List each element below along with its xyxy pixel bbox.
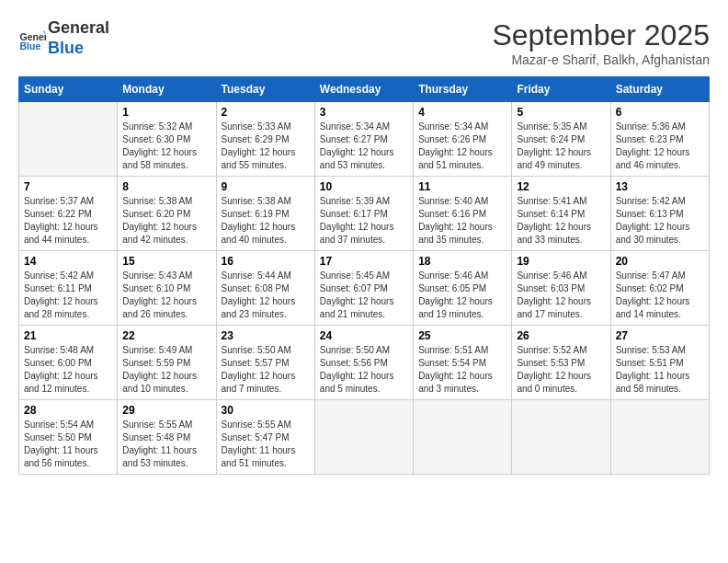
day-info: Sunrise: 5:52 AMSunset: 5:53 PMDaylight:… (517, 344, 605, 396)
calendar-cell: 25Sunrise: 5:51 AMSunset: 5:54 PMDayligh… (414, 326, 512, 400)
calendar-cell: 23Sunrise: 5:50 AMSunset: 5:57 PMDayligh… (216, 326, 314, 400)
day-number: 25 (418, 329, 506, 342)
calendar-cell: 7Sunrise: 5:37 AMSunset: 6:22 PMDaylight… (19, 177, 118, 251)
day-number: 19 (517, 255, 605, 268)
day-number: 29 (122, 404, 210, 417)
calendar-cell: 22Sunrise: 5:49 AMSunset: 5:59 PMDayligh… (118, 326, 216, 400)
day-number: 8 (122, 180, 210, 193)
calendar-cell: 19Sunrise: 5:46 AMSunset: 6:03 PMDayligh… (512, 251, 610, 326)
day-number: 6 (616, 106, 704, 119)
calendar-cell: 18Sunrise: 5:46 AMSunset: 6:05 PMDayligh… (414, 251, 512, 326)
day-number: 24 (320, 329, 408, 342)
day-info: Sunrise: 5:46 AMSunset: 6:05 PMDaylight:… (418, 270, 506, 321)
day-info: Sunrise: 5:42 AMSunset: 6:13 PMDaylight:… (616, 195, 704, 247)
day-number: 18 (418, 255, 506, 268)
weekday-header: Monday (118, 77, 216, 102)
location-subtitle: Mazar-e Sharif, Balkh, Afghanistan (492, 52, 710, 67)
calendar-cell: 5Sunrise: 5:35 AMSunset: 6:24 PMDaylight… (512, 102, 610, 177)
day-info: Sunrise: 5:33 AMSunset: 6:29 PMDaylight:… (222, 121, 310, 172)
day-info: Sunrise: 5:46 AMSunset: 6:03 PMDaylight:… (517, 270, 605, 321)
day-number: 12 (517, 180, 605, 193)
day-info: Sunrise: 5:38 AMSunset: 6:20 PMDaylight:… (122, 195, 210, 247)
day-info: Sunrise: 5:37 AMSunset: 6:22 PMDaylight:… (24, 195, 112, 247)
day-info: Sunrise: 5:55 AMSunset: 5:48 PMDaylight:… (122, 419, 210, 470)
day-info: Sunrise: 5:42 AMSunset: 6:11 PMDaylight:… (24, 270, 112, 321)
calendar-cell (414, 400, 512, 475)
day-number: 10 (320, 180, 408, 193)
day-info: Sunrise: 5:43 AMSunset: 6:10 PMDaylight:… (122, 270, 210, 321)
day-info: Sunrise: 5:40 AMSunset: 6:16 PMDaylight:… (418, 195, 506, 247)
calendar-week-row: 1Sunrise: 5:32 AMSunset: 6:30 PMDaylight… (19, 102, 710, 177)
day-info: Sunrise: 5:34 AMSunset: 6:26 PMDaylight:… (418, 121, 506, 172)
calendar-cell: 28Sunrise: 5:54 AMSunset: 5:50 PMDayligh… (19, 400, 118, 475)
day-number: 16 (222, 255, 310, 268)
day-info: Sunrise: 5:32 AMSunset: 6:30 PMDaylight:… (122, 121, 210, 172)
calendar-cell (512, 400, 610, 475)
day-info: Sunrise: 5:39 AMSunset: 6:17 PMDaylight:… (320, 195, 408, 247)
day-info: Sunrise: 5:44 AMSunset: 6:08 PMDaylight:… (222, 270, 310, 321)
day-number: 3 (320, 106, 408, 119)
weekday-header: Friday (512, 77, 610, 102)
day-number: 2 (222, 106, 310, 119)
calendar-cell: 6Sunrise: 5:36 AMSunset: 6:23 PMDaylight… (610, 102, 709, 177)
weekday-header: Saturday (610, 77, 709, 102)
calendar-cell: 21Sunrise: 5:48 AMSunset: 6:00 PMDayligh… (19, 326, 118, 400)
day-number: 5 (517, 106, 605, 119)
day-number: 21 (24, 329, 112, 342)
calendar-cell: 1Sunrise: 5:32 AMSunset: 6:30 PMDaylight… (118, 102, 216, 177)
weekday-header: Thursday (414, 77, 512, 102)
calendar-cell: 20Sunrise: 5:47 AMSunset: 6:02 PMDayligh… (610, 251, 709, 326)
header-row: SundayMondayTuesdayWednesdayThursdayFrid… (19, 77, 710, 102)
day-number: 1 (122, 106, 210, 119)
day-number: 13 (616, 180, 704, 193)
calendar-cell (314, 400, 413, 475)
day-info: Sunrise: 5:54 AMSunset: 5:50 PMDaylight:… (24, 419, 112, 470)
day-number: 22 (122, 329, 210, 342)
day-number: 23 (222, 329, 310, 342)
calendar-cell: 12Sunrise: 5:41 AMSunset: 6:14 PMDayligh… (512, 177, 610, 251)
day-number: 15 (122, 255, 210, 268)
calendar-cell: 17Sunrise: 5:45 AMSunset: 6:07 PMDayligh… (314, 251, 413, 326)
day-info: Sunrise: 5:38 AMSunset: 6:19 PMDaylight:… (222, 195, 310, 247)
day-number: 20 (616, 255, 704, 268)
logo-text: General Blue (48, 18, 109, 58)
calendar-cell: 30Sunrise: 5:55 AMSunset: 5:47 PMDayligh… (216, 400, 314, 475)
day-info: Sunrise: 5:49 AMSunset: 5:59 PMDaylight:… (122, 344, 210, 396)
calendar-week-row: 28Sunrise: 5:54 AMSunset: 5:50 PMDayligh… (19, 400, 710, 475)
day-number: 17 (320, 255, 408, 268)
day-info: Sunrise: 5:50 AMSunset: 5:56 PMDaylight:… (320, 344, 408, 396)
calendar-cell: 9Sunrise: 5:38 AMSunset: 6:19 PMDaylight… (216, 177, 314, 251)
weekday-header: Sunday (19, 77, 118, 102)
day-number: 28 (24, 404, 112, 417)
svg-text:Blue: Blue (20, 40, 41, 52)
day-number: 9 (222, 180, 310, 193)
day-info: Sunrise: 5:55 AMSunset: 5:47 PMDaylight:… (222, 419, 310, 470)
calendar-cell: 3Sunrise: 5:34 AMSunset: 6:27 PMDaylight… (314, 102, 413, 177)
calendar-cell (610, 400, 709, 475)
calendar-cell: 11Sunrise: 5:40 AMSunset: 6:16 PMDayligh… (414, 177, 512, 251)
day-info: Sunrise: 5:35 AMSunset: 6:24 PMDaylight:… (517, 121, 605, 172)
day-info: Sunrise: 5:48 AMSunset: 6:00 PMDaylight:… (24, 344, 112, 396)
day-info: Sunrise: 5:53 AMSunset: 5:51 PMDaylight:… (616, 344, 704, 396)
day-number: 30 (222, 404, 310, 417)
weekday-header: Wednesday (314, 77, 413, 102)
title-block: September 2025 Mazar-e Sharif, Balkh, Af… (492, 18, 710, 67)
logo-line1: General (48, 18, 109, 39)
calendar-cell: 13Sunrise: 5:42 AMSunset: 6:13 PMDayligh… (610, 177, 709, 251)
month-title: September 2025 (492, 18, 710, 52)
day-number: 11 (418, 180, 506, 193)
calendar-cell: 15Sunrise: 5:43 AMSunset: 6:10 PMDayligh… (118, 251, 216, 326)
calendar-cell: 4Sunrise: 5:34 AMSunset: 6:26 PMDaylight… (414, 102, 512, 177)
calendar-cell: 26Sunrise: 5:52 AMSunset: 5:53 PMDayligh… (512, 326, 610, 400)
calendar-table: SundayMondayTuesdayWednesdayThursdayFrid… (18, 76, 710, 475)
page-header: General Blue General Blue September 2025… (18, 18, 710, 67)
logo: General Blue General Blue (18, 18, 109, 58)
day-info: Sunrise: 5:36 AMSunset: 6:23 PMDaylight:… (616, 121, 704, 172)
calendar-cell: 27Sunrise: 5:53 AMSunset: 5:51 PMDayligh… (610, 326, 709, 400)
logo-line2: Blue (48, 39, 84, 57)
calendar-cell: 24Sunrise: 5:50 AMSunset: 5:56 PMDayligh… (314, 326, 413, 400)
day-number: 4 (418, 106, 506, 119)
calendar-week-row: 7Sunrise: 5:37 AMSunset: 6:22 PMDaylight… (19, 177, 710, 251)
calendar-cell: 14Sunrise: 5:42 AMSunset: 6:11 PMDayligh… (19, 251, 118, 326)
calendar-cell: 10Sunrise: 5:39 AMSunset: 6:17 PMDayligh… (314, 177, 413, 251)
